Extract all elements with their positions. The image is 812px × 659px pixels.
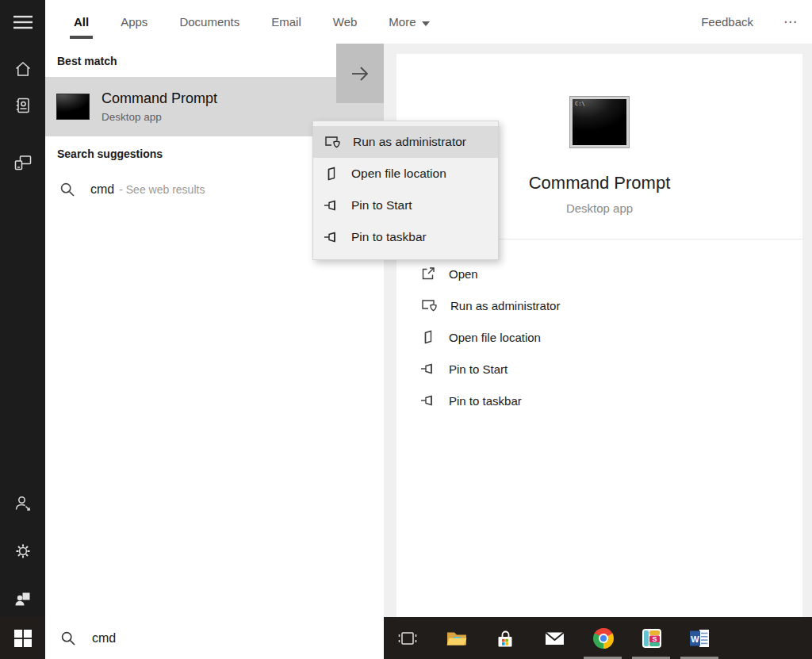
suggestion-query: cmd [90, 182, 114, 197]
file-explorer-button[interactable] [446, 617, 468, 659]
home-icon[interactable] [0, 60, 45, 78]
tab-web[interactable]: Web [331, 0, 360, 44]
store-button[interactable] [494, 617, 516, 659]
settings-gear-icon[interactable] [0, 542, 45, 560]
menu-open-file-location[interactable]: Open file location [313, 158, 498, 190]
run-as-admin-icon [324, 134, 341, 150]
navigation-sidebar [0, 0, 45, 617]
account-icon[interactable] [0, 495, 45, 512]
windows-logo-icon [14, 630, 32, 647]
svg-text:S: S [652, 634, 657, 642]
menu-item-label: Run as administrator [353, 135, 466, 149]
hamburger-menu-icon[interactable] [0, 13, 45, 31]
context-menu: Run as administrator Open file location … [312, 121, 499, 260]
task-view-button[interactable] [396, 617, 419, 659]
pin-icon [324, 197, 339, 213]
menu-pin-to-start[interactable]: Pin to Start [313, 190, 498, 221]
command-prompt-icon-large: C:\ [570, 97, 629, 148]
tab-all[interactable]: All [71, 0, 91, 44]
active-tab-indicator [70, 36, 93, 39]
mail-icon [544, 630, 565, 646]
chrome-icon [593, 628, 614, 649]
action-run-as-administrator[interactable]: Run as administrator [396, 289, 802, 321]
task-view-icon [396, 630, 419, 647]
expand-result-arrow-button[interactable] [336, 44, 384, 103]
menu-item-label: Pin to taskbar [351, 230, 427, 244]
start-button[interactable] [0, 617, 45, 659]
devices-icon[interactable] [0, 154, 45, 171]
chrome-button[interactable] [592, 617, 615, 659]
mail-button[interactable] [543, 617, 565, 659]
chevron-down-icon [422, 21, 430, 26]
taskbar: cmd S W [0, 617, 812, 659]
menu-pin-to-taskbar[interactable]: Pin to taskbar [313, 221, 498, 253]
action-open-file-location[interactable]: Open file location [396, 321, 802, 353]
action-label: Pin to taskbar [449, 394, 522, 408]
slack-icon: S [642, 628, 662, 649]
more-options-icon[interactable]: ⋯ [783, 13, 798, 30]
menu-item-label: Open file location [351, 167, 446, 181]
word-button[interactable]: W [688, 617, 710, 659]
file-location-icon [324, 166, 339, 182]
tab-documents[interactable]: Documents [177, 0, 242, 44]
action-label: Run as administrator [450, 299, 560, 312]
feedback-icon[interactable] [0, 590, 45, 607]
svg-text:W: W [691, 634, 699, 643]
file-explorer-icon [446, 630, 468, 647]
action-pin-to-start[interactable]: Pin to Start [396, 353, 802, 385]
action-open[interactable]: Open [396, 258, 802, 289]
action-pin-to-taskbar[interactable]: Pin to taskbar [396, 385, 802, 416]
search-filter-tabs: All Apps Documents Email Web More Feedba… [45, 0, 812, 44]
pin-icon [420, 393, 436, 408]
menu-item-label: Pin to Start [351, 198, 412, 213]
command-prompt-icon [57, 94, 89, 119]
tab-apps[interactable]: Apps [118, 0, 150, 44]
best-match-title: Command Prompt [102, 90, 217, 107]
pin-icon [420, 361, 436, 377]
word-icon: W [689, 628, 710, 649]
file-location-icon [420, 329, 436, 345]
run-as-admin-icon [420, 297, 438, 313]
action-label: Open file location [449, 331, 541, 344]
action-label: Pin to Start [449, 362, 508, 376]
suggestion-hint: - See web results [119, 183, 205, 196]
tab-more[interactable]: More [386, 0, 431, 44]
preview-action-list: Open Run as administrator Open file loca… [396, 258, 802, 416]
tab-email[interactable]: Email [269, 0, 304, 44]
best-match-header: Best match [57, 55, 117, 67]
best-match-subtitle: Desktop app [102, 111, 217, 123]
search-icon [60, 630, 76, 646]
slack-button[interactable]: S [641, 617, 663, 659]
feedback-link[interactable]: Feedback [701, 15, 753, 29]
search-icon [59, 182, 75, 197]
taskbar-search-input[interactable]: cmd [45, 617, 384, 659]
open-icon [420, 266, 436, 282]
search-suggestions-header: Search suggestions [57, 148, 163, 160]
arrow-right-icon [350, 64, 370, 83]
pin-icon [324, 229, 339, 245]
store-icon [495, 629, 515, 648]
journal-icon[interactable] [0, 97, 45, 114]
action-label: Open [449, 267, 478, 281]
search-input-value: cmd [92, 631, 116, 646]
menu-run-as-administrator[interactable]: Run as administrator [313, 126, 498, 158]
